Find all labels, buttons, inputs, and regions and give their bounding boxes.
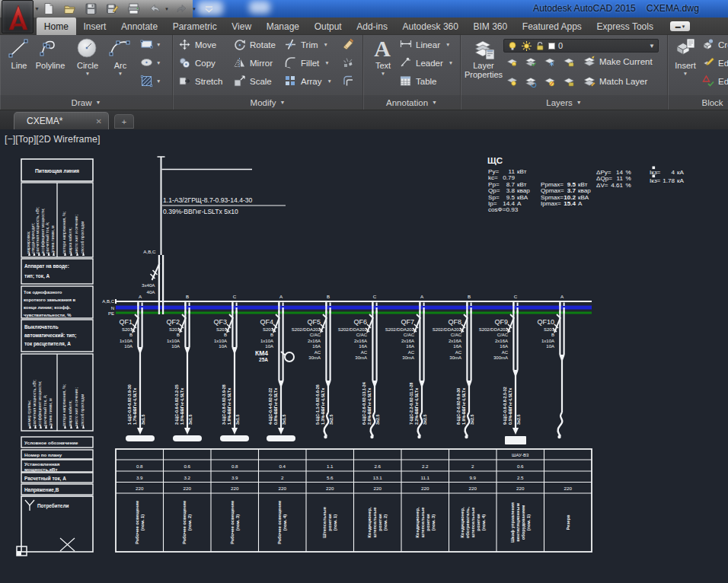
svg-text:2х16А: 2х16А xyxy=(495,339,508,343)
svg-text:C/AC: C/AC xyxy=(356,333,368,337)
button-label-line: Arc xyxy=(114,61,127,70)
explode-button[interactable] xyxy=(342,56,355,69)
ribbon-tab-autodesk-360[interactable]: Autodesk 360 xyxy=(395,18,466,35)
application-menu-arrow-icon[interactable]: ▼ xyxy=(34,6,40,11)
layer-properties-button[interactable]: LayerProperties xyxy=(464,37,503,79)
arc-button[interactable]: Arc▼ xyxy=(105,37,136,76)
file-tab-cxema[interactable]: CXEMA* ✕ xyxy=(14,112,109,129)
svg-text:A,B,C: A,B,C xyxy=(102,299,114,304)
plot-button[interactable] xyxy=(125,2,142,17)
svg-text:S201: S201 xyxy=(169,327,180,332)
rotate-button[interactable]: Rotate xyxy=(233,38,276,51)
svg-text:N: N xyxy=(111,306,114,311)
qat-menu-button[interactable] xyxy=(201,2,218,17)
ribbon-tab-manage[interactable]: Manage xyxy=(259,18,307,35)
new-file-button[interactable] xyxy=(40,2,56,17)
copy-button[interactable]: Copy xyxy=(178,56,216,69)
layer-select-dropdown[interactable]: 0▼ xyxy=(503,39,659,53)
ribbon-tab-parametric[interactable]: Parametric xyxy=(165,18,225,35)
edit-button[interactable]: Edit xyxy=(701,56,728,69)
panel-label-layers[interactable]: Layers▼ xyxy=(461,95,667,110)
file-tab-close-icon[interactable]: ✕ xyxy=(96,117,102,126)
panel-label-modify[interactable]: Modify▼ xyxy=(173,95,362,110)
ribbon-tab-bim-360[interactable]: BIM 360 xyxy=(466,18,515,35)
match-layer-button[interactable]: Match Layer xyxy=(583,75,647,88)
layer-unisolate-button[interactable] xyxy=(524,75,537,88)
ribbon-tab-add-ins[interactable]: Add-ins xyxy=(349,18,394,35)
make-current-button[interactable]: Make Current xyxy=(583,56,653,68)
array-button[interactable]: Array▼ xyxy=(284,75,332,88)
erase-button[interactable] xyxy=(342,38,355,51)
leader-button[interactable]: Leader▼ xyxy=(399,56,453,69)
stretch-button[interactable]: Stretch xyxy=(178,75,222,88)
ribbon-tab-annotate[interactable]: Annotate xyxy=(113,18,165,35)
insert-button[interactable]: Insert▼ xyxy=(671,37,700,76)
viewport-minimize-control[interactable]: [−] xyxy=(5,134,15,145)
polyline-button[interactable]: Polyline xyxy=(34,37,67,70)
unlock-icon xyxy=(535,40,545,51)
svg-text:1х10А: 1х10А xyxy=(541,339,554,343)
ribbon-panel-block: Insert▼CreateEditEditBlock▼ xyxy=(668,35,728,110)
svg-text:Кондиционер,: Кондиционер, xyxy=(460,507,465,538)
ribbon-tab-insert[interactable]: Insert xyxy=(76,18,114,35)
panel-label-annotation[interactable]: Annotation▼ xyxy=(363,95,460,110)
undo-button[interactable] xyxy=(146,2,163,17)
chevron-down-icon: ▼ xyxy=(156,42,161,47)
button-label: Trim xyxy=(301,40,318,49)
svg-text:5-ЩС-1.1-0.92-5.6-26: 5-ЩС-1.1-0.92-5.6-26 xyxy=(315,384,320,425)
svg-text:откуда приходит;: откуда приходит; xyxy=(30,223,35,253)
open-file-button[interactable] xyxy=(61,2,78,17)
ribbon-display-toggle[interactable]: ▬▾ xyxy=(670,21,690,31)
ribbon-tab-home[interactable]: Home xyxy=(37,18,76,35)
svg-text:3х40А: 3х40А xyxy=(142,282,155,288)
panel-label-block[interactable]: Block▼ xyxy=(668,95,728,110)
layer-isolate-button[interactable] xyxy=(524,56,537,68)
ellipse-button[interactable]: ▼ xyxy=(140,56,161,69)
drawing-canvas[interactable]: [−][Top][2D Wireframe] Питающая линиямар… xyxy=(0,129,728,583)
layer-lock-button[interactable] xyxy=(562,56,575,68)
svg-text:3х1.5: 3х1.5 xyxy=(141,415,145,425)
table-button[interactable]: Table xyxy=(399,75,437,88)
rectangle-button[interactable]: ▼ xyxy=(140,38,161,51)
line-button[interactable]: Line xyxy=(5,37,34,70)
layer-freeze-button[interactable] xyxy=(543,56,556,68)
save-as-button[interactable] xyxy=(104,2,120,17)
new-drawing-tab-button[interactable]: + xyxy=(114,114,134,129)
circle-button[interactable]: Circle▼ xyxy=(72,37,104,76)
scale-button[interactable]: Scale xyxy=(233,75,272,88)
ribbon-tab-output[interactable]: Output xyxy=(307,18,350,35)
ribbon-tab-featured-apps[interactable]: Featured Apps xyxy=(515,18,589,35)
svg-text:7-ЩС-2.2-0.92-11.1-28: 7-ЩС-2.2-0.92-11.1-28 xyxy=(409,382,413,425)
svg-text:штепсельные: штепсельные xyxy=(471,507,475,538)
panel-label-draw[interactable]: Draw▼ xyxy=(0,95,172,110)
hatch-button[interactable]: ▼ xyxy=(140,75,161,88)
button-label: Edit xyxy=(718,59,728,68)
offset-button[interactable] xyxy=(342,75,355,88)
layer-unlock-button[interactable] xyxy=(562,75,575,88)
redo-button[interactable] xyxy=(174,2,190,17)
svg-text:220: 220 xyxy=(374,486,382,491)
edit-button[interactable]: Edit xyxy=(701,75,728,88)
application-menu-button[interactable] xyxy=(2,0,34,33)
create-button[interactable]: Create xyxy=(701,38,728,51)
svg-text:вентиляционным: вентиляционным xyxy=(516,503,520,542)
ribbon-tab-express-tools[interactable]: Express Tools xyxy=(589,18,661,35)
chevron-down-icon[interactable]: ▼ xyxy=(192,7,196,11)
layer-thaw-button[interactable] xyxy=(543,75,556,88)
layer-off-button[interactable] xyxy=(505,56,518,68)
svg-text:0.6: 0.6 xyxy=(184,464,190,469)
linear-button[interactable]: Linear▼ xyxy=(399,38,450,51)
mirror-button[interactable]: Mirror xyxy=(233,56,273,69)
ribbon-tab-view[interactable]: View xyxy=(224,18,258,35)
viewport-style-control[interactable]: [2D Wireframe] xyxy=(36,134,100,145)
chevron-down-icon[interactable]: ▼ xyxy=(164,7,169,11)
svg-text:А: А xyxy=(578,200,583,207)
fillet-button[interactable]: Fillet▼ xyxy=(284,56,330,69)
svg-text:способ прокладки: способ прокладки xyxy=(80,221,85,253)
viewport-view-control[interactable]: [Top] xyxy=(15,134,36,145)
trim-button[interactable]: Trim▼ xyxy=(284,38,328,51)
layer-on-button[interactable] xyxy=(505,75,518,88)
move-button[interactable]: Move xyxy=(178,38,216,51)
save-button[interactable] xyxy=(82,2,99,17)
text-button[interactable]: AText▼ xyxy=(369,37,397,76)
